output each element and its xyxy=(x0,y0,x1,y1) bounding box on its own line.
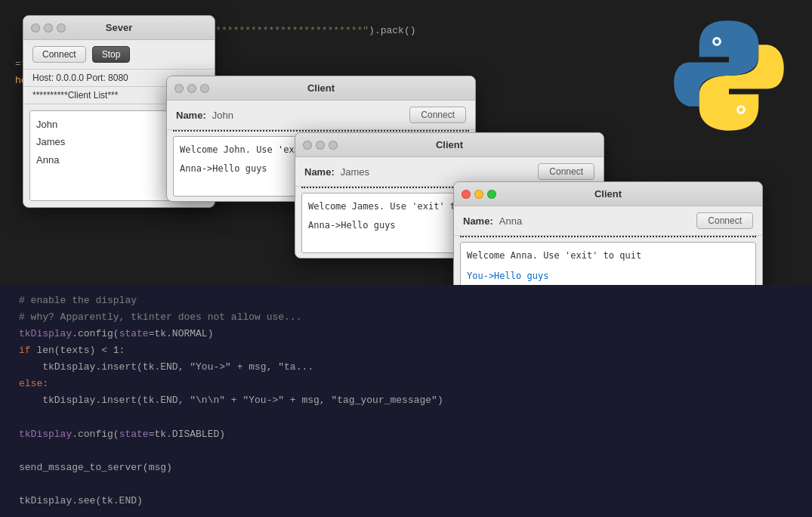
client-james-titlebar: Client xyxy=(295,133,604,157)
stop-button[interactable]: Stop xyxy=(92,46,131,63)
server-traffic-lights xyxy=(31,23,66,33)
anna-connect-btn[interactable]: Connect xyxy=(696,212,753,229)
anna-tl-yellow[interactable] xyxy=(474,190,483,199)
anna-msg-you: You->Hello guys xyxy=(467,269,749,283)
bottom-code-7: tkDisplay.insert(tk.END, "\n\n" + "You->… xyxy=(19,392,793,409)
james-connect-btn[interactable]: Connect xyxy=(538,163,594,180)
john-connect-btn[interactable]: Connect xyxy=(409,107,466,123)
james-tl-1[interactable] xyxy=(303,141,312,150)
anna-msg-welcome: Welcome Anna. Use 'exit' to quit xyxy=(467,249,749,263)
john-tl-3[interactable] xyxy=(200,84,209,93)
anna-tl-green[interactable] xyxy=(487,190,496,199)
svg-point-3 xyxy=(739,107,743,112)
server-title: Sever xyxy=(106,22,132,33)
server-tl-green[interactable] xyxy=(57,23,66,33)
client-james-traffic-lights xyxy=(303,141,338,150)
bottom-code-5: tkDisplay.insert(tk.END, "You->" + msg, … xyxy=(19,359,793,376)
anna-name-label: Name: xyxy=(463,215,493,227)
bottom-code: # enable the display # why? Apparently, … xyxy=(0,285,812,517)
bottom-code-9: tkDisplay.config(state=tk.DISABLED) xyxy=(19,426,793,443)
bottom-code-6: else: xyxy=(19,376,793,392)
client-james-title: Client xyxy=(436,139,463,150)
bottom-code-8 xyxy=(19,409,793,426)
client-anna-traffic-lights xyxy=(462,190,496,199)
bottom-code-12 xyxy=(19,476,793,493)
john-name-value: John xyxy=(212,110,404,121)
john-separator xyxy=(173,130,469,132)
bottom-code-13: tkDisplay.see(tk.END) xyxy=(19,493,793,509)
bottom-code-10 xyxy=(19,443,793,460)
server-titlebar: Sever xyxy=(23,16,215,40)
john-tl-1[interactable] xyxy=(174,84,184,93)
james-name-label: Name: xyxy=(304,166,335,178)
james-tl-3[interactable] xyxy=(329,141,338,150)
bottom-code-2: # why? Apparently, tkinter does not allo… xyxy=(19,309,793,326)
server-controls: Connect Stop xyxy=(23,40,215,70)
john-name-label: Name: xyxy=(176,110,206,121)
bottom-code-11: send_mssage_to_server(msg) xyxy=(19,460,793,476)
bottom-code-4: if len(texts) < 1: xyxy=(19,342,793,359)
client-john-title: Client xyxy=(307,82,335,94)
client-anna-title: Client xyxy=(594,188,622,200)
anna-name-value: Anna xyxy=(499,215,691,227)
server-tl-red[interactable] xyxy=(31,23,40,33)
python-logo xyxy=(668,15,789,136)
server-tl-yellow[interactable] xyxy=(44,23,53,33)
connect-button[interactable]: Connect xyxy=(32,46,86,63)
anna-name-row: Name: Anna Connect xyxy=(454,206,762,236)
svg-point-1 xyxy=(715,39,719,44)
client-john-titlebar: Client xyxy=(167,76,475,101)
bottom-code-1: # enable the display xyxy=(19,293,793,309)
john-tl-2[interactable] xyxy=(187,84,196,93)
bottom-code-3: tkDisplay.config(state=tk.NORMAL) xyxy=(19,326,793,342)
anna-separator xyxy=(460,236,756,237)
client-anna-titlebar: Client xyxy=(454,182,762,206)
john-name-row: Name: John Connect xyxy=(167,101,475,130)
james-name-value: James xyxy=(341,166,533,178)
james-tl-2[interactable] xyxy=(316,141,325,150)
anna-tl-red[interactable] xyxy=(462,190,471,199)
client-john-traffic-lights xyxy=(174,84,209,93)
